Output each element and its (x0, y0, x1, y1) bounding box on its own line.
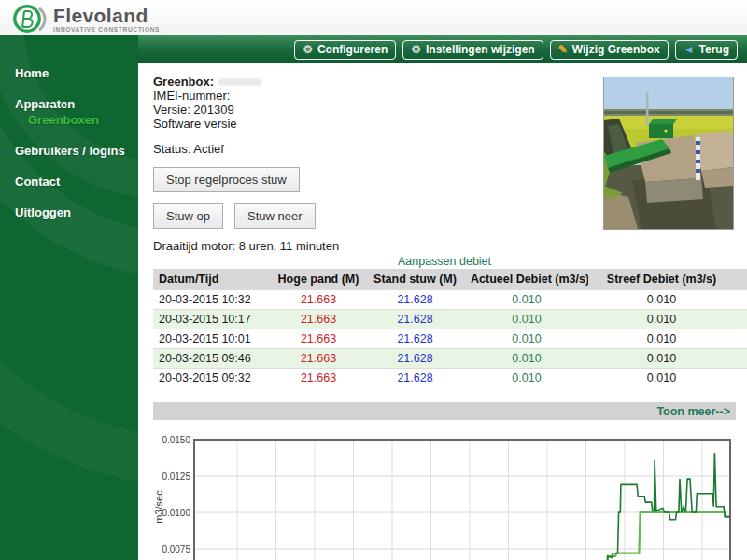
svg-text:0.0150: 0.0150 (162, 435, 190, 445)
cell: 2.3 (735, 329, 747, 349)
cell: 20-03-2015 10:01 (153, 329, 272, 349)
gear-icon: ⚙ (411, 44, 421, 55)
cell: 21.663 (272, 369, 365, 388)
cell: 0.010 (588, 329, 735, 349)
sidebar-nav: HomeApparatenGreenboxenGebruikers / logi… (0, 35, 138, 219)
stuw-neer-button[interactable]: Stuw neer (234, 203, 316, 229)
weir-site-photo (603, 77, 734, 230)
table-row: 20-03-2015 10:3221.66321.6280.0100.0102.… (153, 290, 747, 310)
cell: 0.010 (465, 349, 588, 369)
cell: 21.663 (272, 310, 365, 329)
flow-chart: 0.01500.01250.01000.0075m3/sec (153, 432, 736, 560)
cell: 0.010 (465, 290, 588, 310)
greenbox-detail-page: Flevoland INNOVATIVE CONSTRUCTIONS HomeA… (0, 0, 747, 560)
cell: 21.628 (365, 329, 465, 349)
table-row: 20-03-2015 10:0121.66321.6280.0100.0102.… (153, 329, 747, 349)
brand-name: Flevoland (53, 6, 160, 26)
toolbar-button-label: Wijzig Greenbox (572, 44, 660, 56)
toolbar-button-label: Terug (699, 44, 729, 56)
col-header-streef-debiet-m3-s: Streef Debiet (m3/s) (588, 269, 735, 290)
cell: 0.010 (588, 310, 735, 329)
cell: 21.628 (365, 349, 465, 369)
col-header-datum-tijd: Datum/Tijd (153, 269, 272, 290)
col-header-c: °C (735, 269, 747, 290)
table-row: 20-03-2015 10:1721.66321.6280.0100.0102.… (153, 310, 747, 329)
flevoland-logo-icon (9, 2, 47, 35)
cell: 21.663 (272, 329, 365, 349)
table-row: 20-03-2015 09:3221.66321.6280.0100.0102.… (153, 369, 747, 388)
svg-text:0.0100: 0.0100 (162, 508, 190, 518)
cell: 21.628 (365, 290, 465, 310)
cell: 20-03-2015 09:46 (153, 349, 272, 369)
greenbox-label: Greenbox: (153, 75, 214, 89)
terug-button[interactable]: ◄Terug (675, 40, 738, 60)
cell: 0.010 (588, 349, 735, 369)
stuw-op-button[interactable]: Stuw op (153, 203, 223, 229)
configureren-button[interactable]: ⚙Configureren (294, 40, 396, 60)
gear-icon: ⚙ (303, 44, 313, 55)
table-row: 20-03-2015 09:4621.66321.6280.0100.0102.… (153, 349, 747, 369)
svg-text:0.0125: 0.0125 (162, 471, 190, 482)
cell: 21.628 (365, 310, 465, 329)
col-header-actueel-debiet-m3-s: Actueel Debiet (m3/s) (465, 269, 588, 290)
cell: 21.628 (365, 369, 465, 388)
cell: 0.010 (588, 369, 735, 388)
toolbar-buttons: ⚙Configureren⚙Instellingen wijzigen✎Wijz… (138, 35, 747, 63)
instellingen-wijzigen-button[interactable]: ⚙Instellingen wijzigen (402, 40, 543, 60)
col-header-hoge-pand-m: Hoge pand (M) (272, 269, 365, 290)
main-content: Greenbox: IMEI-nummer: Versie: 201309 So… (138, 63, 747, 560)
arrow-left-icon: ◄ (684, 44, 695, 55)
sidebar-item-contact[interactable]: Contact (0, 175, 138, 189)
cell: 2.2 (735, 290, 747, 310)
col-header-stand-stuw-m: Stand stuw (M) (365, 269, 465, 290)
table-gap (153, 387, 736, 402)
cell: 2.3 (735, 369, 747, 388)
page-header: Flevoland INNOVATIVE CONSTRUCTIONS (0, 0, 747, 35)
device-info-section: Greenbox: IMEI-nummer: Versie: 201309 So… (153, 75, 736, 253)
sidebar-item-gebruikers-logins[interactable]: Gebruikers / logins (0, 145, 138, 158)
measurements-table-header: Datum/TijdHoge pand (M)Stand stuw (M)Act… (153, 269, 747, 290)
toolbar-button-label: Configureren (317, 44, 388, 56)
cell: 20-03-2015 10:17 (153, 310, 272, 329)
cell: 2.1 (735, 310, 747, 329)
sidebar: HomeApparatenGreenboxenGebruikers / logi… (0, 35, 138, 560)
measurements-table: Datum/TijdHoge pand (M)Stand stuw (M)Act… (153, 269, 747, 387)
sidebar-item-apparaten[interactable]: Apparaten (0, 98, 138, 111)
wijzig-greenbox-button[interactable]: ✎Wijzig Greenbox (550, 40, 669, 60)
aanpassen-debiet-link[interactable]: Aanpassen debiet (398, 255, 491, 268)
table-footer-bar: Toon meer--> (153, 402, 736, 420)
cell: 0.010 (465, 329, 588, 349)
svg-text:0.0075: 0.0075 (162, 544, 190, 554)
toolbar-button-label: Instellingen wijzigen (426, 44, 535, 56)
svg-text:m3/sec: m3/sec (153, 490, 164, 524)
cell: 21.663 (272, 349, 365, 369)
motor-runtime-text: Draaitijd motor: 8 uren, 11 minuten (153, 239, 736, 253)
sidebar-item-uitloggen[interactable]: Uitloggen (0, 206, 138, 219)
cell: 0.010 (465, 369, 588, 388)
brand-tagline: INNOVATIVE CONSTRUCTIONS (53, 26, 160, 33)
brand-logo: Flevoland INNOVATIVE CONSTRUCTIONS (9, 2, 160, 35)
cell: 0.010 (465, 310, 588, 329)
cell: 0.010 (588, 290, 735, 310)
toon-meer-link[interactable]: Toon meer--> (656, 405, 730, 418)
cell: 21.663 (272, 290, 365, 310)
sidebar-item-home[interactable]: Home (0, 67, 138, 80)
stop-regelproces-button[interactable]: Stop regelproces stuw (153, 167, 300, 192)
sidebar-item-greenboxen[interactable]: Greenboxen (0, 114, 138, 127)
cell: 20-03-2015 10:32 (153, 290, 272, 310)
flow-chart-svg: 0.01500.01250.01000.0075m3/sec (153, 432, 736, 560)
pencil-icon: ✎ (558, 44, 568, 55)
redacted-value (218, 78, 261, 86)
cell: 2.1 (735, 349, 747, 369)
cell: 20-03-2015 09:32 (153, 369, 272, 388)
